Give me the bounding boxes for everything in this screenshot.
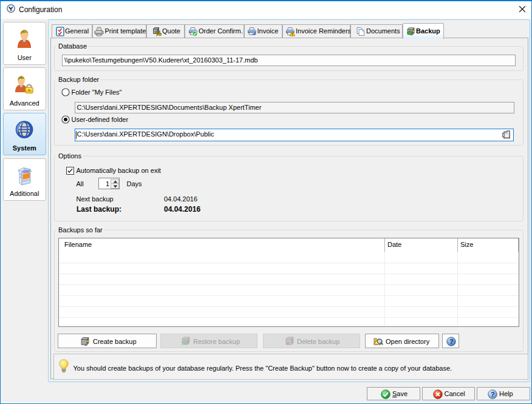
svg-text:%: % xyxy=(155,30,161,36)
svg-text:?: ? xyxy=(490,391,494,398)
svg-text:?: ? xyxy=(449,338,454,345)
